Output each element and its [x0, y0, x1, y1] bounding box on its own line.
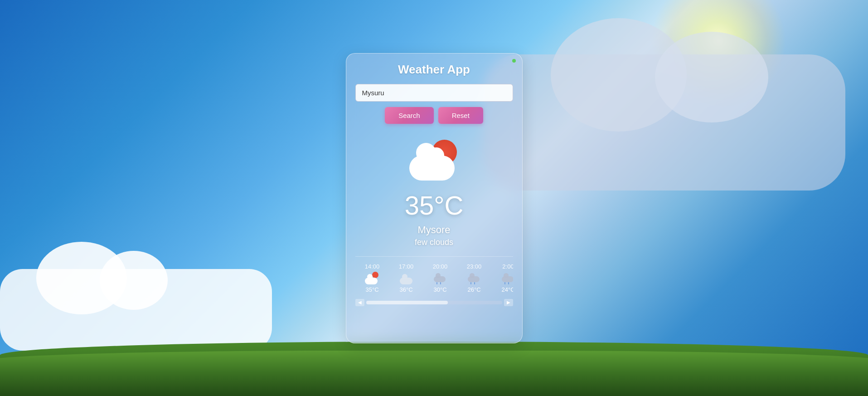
forecast-item-3: 20:00 30°C	[423, 261, 457, 295]
forecast-temp-3: 30°C	[433, 286, 446, 293]
status-dot	[512, 59, 516, 63]
scroll-left-button[interactable]: ◀	[355, 299, 364, 306]
scroll-controls: ◀ ▶	[355, 299, 513, 306]
app-title: Weather App	[398, 63, 470, 77]
forecast-time-2: 17:00	[399, 263, 414, 270]
forecast-time-5: 2:00	[502, 263, 513, 270]
bg-cloud-top-right	[483, 54, 845, 191]
forecast-temp-5: 24°C	[501, 286, 513, 293]
weather-card: Weather App Search Reset 35°C Mysore few…	[346, 53, 523, 343]
forecast-time-1: 14:00	[365, 263, 380, 270]
search-input[interactable]	[355, 84, 513, 102]
forecast-temp-4: 26°C	[467, 286, 480, 293]
forecast-temp-1: 35°C	[365, 286, 378, 293]
weather-icon	[407, 137, 461, 183]
button-row: Search Reset	[385, 107, 483, 124]
forecast-strip: 14:00 35°C 17:00 36°C 20:00	[355, 256, 513, 306]
forecast-icon-2	[399, 272, 413, 284]
bg-cloud-bottom-left	[0, 269, 272, 351]
forecast-time-3: 20:00	[433, 263, 448, 270]
scroll-right-button[interactable]: ▶	[504, 299, 513, 306]
forecast-icon-3	[433, 272, 447, 284]
forecast-item-2: 17:00 36°C	[389, 261, 423, 295]
forecast-item-5: 2:00 24°C	[491, 261, 513, 295]
city-name: Mysore	[417, 224, 450, 236]
forecast-icon-4	[467, 272, 481, 284]
cloud-icon	[409, 156, 455, 181]
weather-description: few clouds	[415, 238, 453, 247]
temperature-display: 35°C	[405, 190, 464, 220]
scroll-thumb	[366, 301, 448, 304]
forecast-time-4: 23:00	[467, 263, 482, 270]
reset-button[interactable]: Reset	[438, 107, 483, 124]
search-button[interactable]: Search	[385, 107, 434, 124]
forecast-scroll[interactable]: 14:00 35°C 17:00 36°C 20:00	[355, 261, 513, 297]
forecast-item-1: 14:00 35°C	[355, 261, 389, 295]
scroll-track[interactable]	[366, 301, 502, 304]
forecast-icon-5	[501, 272, 513, 284]
forecast-icon-1	[365, 272, 379, 284]
forecast-item-4: 23:00 26°C	[457, 261, 491, 295]
trees-decoration	[0, 342, 868, 396]
forecast-temp-2: 36°C	[399, 286, 412, 293]
